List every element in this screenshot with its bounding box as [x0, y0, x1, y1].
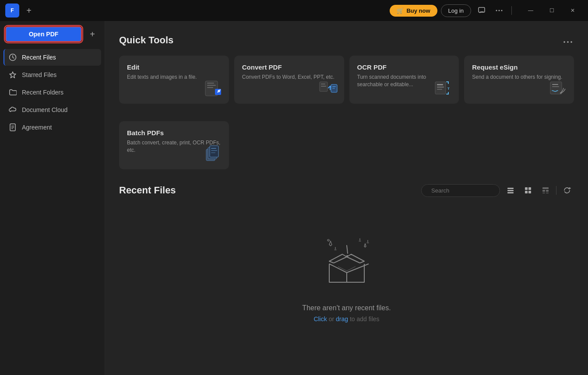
search-box[interactable] — [421, 184, 500, 197]
main-layout: Open PDF + Recent Files — [0, 21, 588, 375]
grid-view-button[interactable] — [521, 183, 535, 197]
titlebar: F + 🛒 Buy now Log in — ☐ ✕ — [0, 0, 588, 21]
sidebar-item-label: Agreement — [22, 124, 52, 131]
svg-rect-28 — [437, 87, 444, 88]
svg-rect-22 — [321, 86, 326, 87]
tool-card-esign-title: Request eSign — [472, 63, 566, 71]
batch-tool-icon — [204, 144, 223, 163]
svg-point-3 — [496, 10, 497, 11]
sidebar-item-document-cloud[interactable]: Document Cloud — [4, 102, 101, 118]
new-tab-button[interactable]: + — [23, 4, 35, 17]
add-button[interactable]: + — [85, 26, 99, 42]
cart-icon: 🛒 — [397, 7, 404, 14]
svg-rect-26 — [435, 82, 446, 94]
empty-state-title: There aren't any recent files. — [302, 304, 391, 312]
minimize-button[interactable]: — — [521, 4, 541, 18]
titlebar-right: 🛒 Buy now Log in — ☐ ✕ — [390, 4, 583, 18]
recent-controls — [421, 183, 574, 197]
tool-card-convert[interactable]: Convert PDF Convert PDFs to Word, Excel,… — [234, 56, 344, 104]
titlebar-separator — [511, 6, 512, 15]
quick-tools-more-button[interactable] — [562, 33, 574, 47]
ocr-tool-icon: T — [433, 78, 453, 98]
sidebar-top: Open PDF + — [0, 26, 105, 49]
empty-state: There aren't any recent files. Click or … — [119, 206, 574, 349]
sidebar-item-label: Starred Files — [22, 71, 56, 78]
folder-icon — [9, 88, 17, 96]
tool-card-ocr-title: OCR PDF — [357, 63, 451, 71]
sidebar: Open PDF + Recent Files — [0, 21, 105, 375]
login-button[interactable]: Log in — [441, 4, 471, 17]
svg-rect-45 — [528, 187, 531, 190]
tool-card-esign[interactable]: Request eSign Send a document to others … — [464, 56, 574, 104]
window-controls: — ☐ ✕ — [521, 4, 583, 18]
svg-rect-37 — [211, 148, 216, 149]
svg-rect-21 — [321, 84, 325, 84]
table-view-button[interactable] — [539, 183, 553, 197]
svg-point-5 — [501, 10, 503, 11]
open-pdf-button[interactable]: Open PDF — [5, 26, 82, 42]
svg-rect-51 — [542, 193, 545, 193]
maximize-button[interactable]: ☐ — [542, 4, 562, 18]
drag-link[interactable]: drag — [336, 315, 348, 322]
svg-rect-42 — [507, 190, 514, 191]
buy-now-button[interactable]: 🛒 Buy now — [390, 5, 437, 17]
list-view-button[interactable] — [503, 183, 518, 197]
svg-rect-48 — [542, 187, 549, 189]
tool-card-edit-title: Edit — [127, 63, 221, 71]
svg-text:F: F — [11, 7, 14, 14]
tools-grid-row1: Edit Edit texts and images in a file. — [119, 56, 574, 104]
svg-point-14 — [570, 41, 572, 43]
svg-rect-47 — [528, 191, 531, 193]
sidebar-item-recent-folders[interactable]: Recent Folders — [4, 84, 101, 101]
svg-marker-7 — [10, 72, 16, 78]
sidebar-item-label: Recent Folders — [22, 89, 63, 96]
svg-rect-52 — [546, 193, 549, 193]
sidebar-item-starred-files[interactable]: Starred Files — [4, 67, 101, 83]
tool-card-batch[interactable]: Batch PDFs Batch convert, create, print,… — [119, 121, 229, 169]
tool-card-edit[interactable]: Edit Edit texts and images in a file. — [119, 56, 229, 104]
sidebar-item-recent-files[interactable]: Recent Files — [4, 49, 101, 66]
edit-tool-icon — [204, 78, 223, 98]
svg-rect-18 — [207, 87, 213, 88]
svg-rect-36 — [210, 146, 218, 157]
doc-icon — [9, 123, 17, 131]
svg-rect-41 — [507, 188, 514, 189]
empty-add-text: to add files — [350, 315, 380, 322]
view-separator — [556, 186, 556, 195]
clock-icon — [9, 53, 17, 61]
sidebar-item-agreement[interactable]: Agreement — [4, 119, 101, 136]
svg-rect-31 — [550, 82, 562, 94]
content-area: Quick Tools Edit Edit texts and images i… — [105, 21, 588, 375]
sidebar-item-label: Document Cloud — [22, 106, 67, 113]
svg-rect-38 — [211, 150, 217, 151]
svg-point-13 — [567, 41, 569, 43]
click-link[interactable]: Click — [313, 315, 327, 322]
search-input[interactable] — [431, 187, 505, 194]
close-button[interactable]: ✕ — [563, 4, 583, 18]
svg-rect-24 — [332, 86, 336, 87]
svg-rect-17 — [207, 85, 216, 86]
quick-tools-header: Quick Tools — [119, 33, 574, 47]
svg-text:T: T — [447, 87, 450, 91]
esign-tool-icon — [549, 78, 568, 98]
convert-tool-icon — [319, 78, 338, 98]
sidebar-item-label: Recent Files — [22, 54, 56, 61]
star-icon — [9, 71, 17, 79]
svg-rect-29 — [437, 89, 442, 90]
app-icon: F — [5, 4, 19, 18]
empty-or-text: or — [329, 315, 336, 322]
svg-rect-16 — [207, 83, 214, 84]
refresh-button[interactable] — [560, 183, 574, 197]
svg-rect-49 — [542, 190, 545, 192]
svg-point-4 — [499, 10, 500, 11]
svg-rect-50 — [546, 190, 549, 192]
svg-rect-44 — [525, 187, 528, 190]
quick-tools-title: Quick Tools — [119, 35, 173, 46]
tool-card-ocr[interactable]: OCR PDF Turn scanned documents into sear… — [349, 56, 459, 104]
recent-files-title: Recent Files — [119, 185, 176, 196]
svg-rect-27 — [437, 84, 443, 85]
more-options-button[interactable] — [492, 4, 506, 18]
svg-rect-39 — [211, 152, 215, 153]
cloud-icon — [9, 106, 17, 114]
message-icon-button[interactable] — [475, 4, 489, 18]
